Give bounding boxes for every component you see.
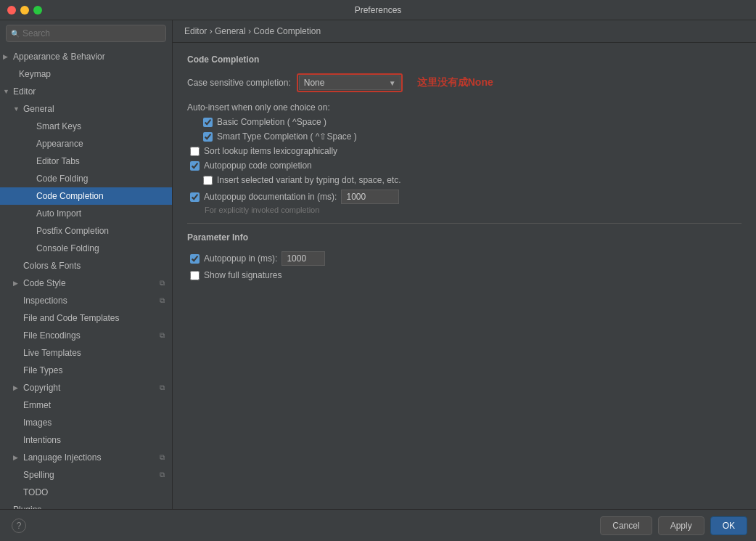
sidebar-item-label: Copyright [23,383,60,393]
sidebar-item-label: Appearance [36,139,83,149]
show-full-signatures-row: Show full signatures [190,270,741,280]
sidebar-item-label: Colors & Fonts [23,261,81,271]
sidebar-item-label: Emmet [23,400,51,410]
sidebar-item-emmet[interactable]: Emmet [0,396,172,414]
ok-button[interactable]: OK [710,516,747,535]
apply-button[interactable]: Apply [658,516,704,535]
sidebar-item-file-code-templates[interactable]: File and Code Templates [0,309,172,327]
arrow-icon: ▶ [13,280,23,287]
sidebar-item-editor[interactable]: ▼ Editor [0,83,172,100]
search-icon: 🔍 [11,30,20,38]
insert-selected-row: Insert selected variant by typing dot, s… [203,175,741,185]
sidebar: 🔍 ▶ Appearance & Behavior Keymap [0,20,173,509]
search-box[interactable]: 🔍 [6,25,166,42]
case-sensitive-select[interactable]: None First letter All letters [299,76,400,90]
copy-icon: ⧉ [156,330,168,341]
arrow-icon: ▶ [3,53,13,60]
sidebar-item-code-style[interactable]: ▶ Code Style ⧉ [0,274,172,292]
sidebar-item-live-templates[interactable]: Live Templates [0,344,172,362]
sidebar-item-label: Code Style [23,278,66,288]
sidebar-item-label: Keymap [19,69,51,79]
smart-type-completion-checkbox[interactable] [203,132,213,142]
sidebar-item-editor-tabs[interactable]: Editor Tabs [0,152,172,170]
sort-lookup-label: Sort lookup items lexicographically [204,146,337,156]
auto-insert-label: Auto-insert when only one choice on: [187,102,741,113]
sidebar-item-colors-fonts[interactable]: Colors & Fonts [0,257,172,274]
smart-type-completion-label: Smart Type Completion ( ^⇧Space ) [217,131,357,142]
copy-icon: ⧉ [156,382,168,394]
autopopup-in-checkbox[interactable] [190,254,200,264]
window-controls[interactable] [7,6,42,15]
content-area: Editor › General › Code Completion Code … [173,20,756,509]
copy-icon: ⧉ [156,277,168,289]
sidebar-item-label: General [23,104,54,114]
sidebar-item-label: Editor Tabs [36,156,80,166]
sidebar-item-intentions[interactable]: Intentions [0,431,172,449]
sidebar-item-appearance-behavior[interactable]: ▶ Appearance & Behavior [0,48,172,65]
sidebar-item-keymap[interactable]: Keymap [0,65,172,83]
sidebar-item-file-encodings[interactable]: File Encodings ⧉ [0,327,172,344]
sidebar-item-label: Console Folding [36,243,99,253]
case-sensitive-dropdown-wrapper: None First letter All letters ▼ [297,73,403,92]
copy-icon: ⧉ [156,469,168,481]
arrow-icon: ▼ [13,105,23,113]
sidebar-item-label: Editor [13,86,36,97]
basic-completion-row: Basic Completion ( ^Space ) [203,117,741,127]
sidebar-item-general[interactable]: ▼ General [0,100,172,118]
basic-completion-label: Basic Completion ( ^Space ) [217,117,326,127]
sidebar-item-spelling[interactable]: Spelling ⧉ [0,466,172,484]
autopopup-code-checkbox[interactable] [190,161,200,171]
sidebar-item-inspections[interactable]: Inspections ⧉ [0,292,172,309]
show-full-signatures-label: Show full signatures [204,270,282,280]
autopopup-doc-ms-input[interactable] [341,190,399,204]
sidebar-item-file-types[interactable]: File Types [0,362,172,379]
copy-icon: ⧉ [156,295,168,306]
case-sensitive-row: Case sensitive completion: None First le… [187,73,741,92]
basic-completion-checkbox[interactable] [203,118,213,127]
cancel-button[interactable]: Cancel [600,516,652,535]
arrow-icon: ▼ [3,88,13,95]
sidebar-item-label: Smart Keys [36,121,81,131]
search-input[interactable] [22,28,161,38]
sidebar-item-images[interactable]: Images [0,414,172,431]
autopopup-in-ms-input[interactable] [282,251,325,266]
sidebar-item-label: Inspections [23,296,67,306]
title-bar: Preferences [0,0,756,20]
sidebar-item-label: Spelling [23,470,54,480]
case-sensitive-dropdown-container: None First letter All letters ▼ [299,76,400,90]
footer-left: ? [12,518,26,533]
breadcrumb: Editor › General › Code Completion [173,20,756,43]
copy-icon: ⧉ [156,452,168,463]
insert-selected-checkbox[interactable] [203,176,213,185]
sidebar-item-code-completion[interactable]: Code Completion [0,187,172,205]
sidebar-item-language-injections[interactable]: ▶ Language Injections ⧉ [0,449,172,466]
sidebar-item-appearance[interactable]: Appearance [0,135,172,152]
arrow-icon: ▶ [13,384,23,391]
sidebar-item-console-folding[interactable]: Console Folding [0,240,172,257]
sidebar-item-label: Code Completion [36,191,104,201]
sidebar-item-copyright[interactable]: ▶ Copyright ⧉ [0,379,172,396]
maximize-button[interactable] [33,6,42,15]
minimize-button[interactable] [20,6,29,15]
for-explicitly-label: For explicitly invoked completion [205,206,741,214]
sort-lookup-row: Sort lookup items lexicographically [190,146,741,156]
sidebar-item-smart-keys[interactable]: Smart Keys [0,118,172,135]
sidebar-item-label: Code Folding [36,174,88,184]
sidebar-item-code-folding[interactable]: Code Folding [0,170,172,187]
window-title: Preferences [355,5,402,15]
sidebar-item-label: Intentions [23,435,61,445]
help-button[interactable]: ? [12,518,26,533]
show-full-signatures-checkbox[interactable] [190,271,200,280]
sidebar-item-label: File Encodings [23,330,81,341]
parameter-info-title: Parameter Info [187,232,741,243]
sidebar-item-todo[interactable]: TODO [0,484,172,501]
sidebar-item-label: Postfix Completion [36,226,109,236]
sidebar-item-plugins[interactable]: Plugins [0,501,172,509]
sidebar-item-postfix-completion[interactable]: Postfix Completion [0,222,172,240]
sidebar-item-auto-import[interactable]: Auto Import [0,205,172,222]
sort-lookup-checkbox[interactable] [190,147,200,156]
autopopup-doc-checkbox[interactable] [190,192,200,202]
close-button[interactable] [7,6,16,15]
autopopup-code-label: Autopopup code completion [204,160,312,171]
autopopup-code-row: Autopopup code completion [190,160,741,171]
